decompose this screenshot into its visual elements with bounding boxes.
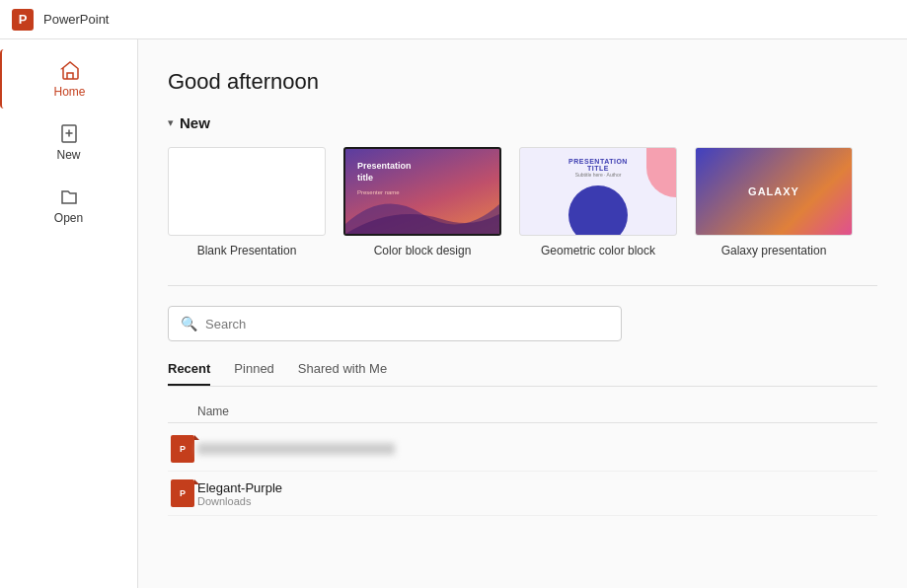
geo-circle (568, 185, 628, 236)
galaxy-thumb: GALAXY (695, 147, 853, 236)
file-row-elegant-purple[interactable]: P Elegant-Purple Downloads (168, 472, 877, 516)
galaxy-text: GALAXY (748, 185, 799, 197)
color-block-label: Color block design (374, 244, 472, 257)
geo-text: PRESENTATIONTITLE Subtitle here · Author (568, 158, 628, 178)
tab-pinned[interactable]: Pinned (234, 361, 273, 386)
ppt-icon-1: P (171, 435, 194, 463)
file-info-elegant: Elegant-Purple Downloads (197, 480, 877, 507)
sidebar-open-label: Open (54, 211, 83, 225)
sidebar-item-open[interactable]: Open (0, 176, 137, 235)
file-icon-ppt-1: P (168, 435, 197, 463)
search-bar[interactable]: 🔍 (168, 306, 622, 341)
file-list: Name P P Elegant-Purple Downloads (168, 401, 877, 516)
file-list-header: Name (168, 401, 877, 423)
new-icon (58, 122, 80, 144)
elegant-filename: Elegant-Purple (197, 480, 877, 495)
geo-label: Geometric color block (541, 244, 655, 257)
new-section-header: ▾ New (168, 114, 877, 131)
file-row-blurred[interactable]: P (168, 427, 877, 472)
main-layout: Home New Open Good afternoon (0, 39, 907, 588)
color-block-thumb: Presentationtitle Presenter name (343, 147, 501, 236)
section-divider (168, 285, 877, 286)
home-icon (59, 59, 81, 81)
sidebar: Home New Open (0, 39, 138, 588)
template-blank[interactable]: Blank Presentation (168, 147, 326, 257)
file-info-blurred (197, 443, 877, 455)
tab-shared[interactable]: Shared with Me (298, 361, 387, 386)
tab-recent[interactable]: Recent (168, 361, 210, 386)
new-section-title: New (180, 114, 210, 131)
app-logo: P (12, 9, 34, 31)
search-input[interactable] (205, 317, 609, 331)
templates-grid: Blank Presentation Presentationtitle Pre… (168, 147, 877, 257)
open-icon (58, 185, 80, 207)
greeting: Good afternoon (168, 69, 877, 95)
elegant-location: Downloads (197, 495, 877, 507)
sidebar-new-label: New (56, 148, 80, 162)
galaxy-label: Galaxy presentation (721, 244, 827, 257)
sidebar-home-label: Home (53, 85, 85, 99)
app-name: PowerPoint (43, 12, 109, 27)
blurred-filename (197, 443, 395, 455)
title-bar: P PowerPoint (0, 0, 907, 39)
template-color-block[interactable]: Presentationtitle Presenter name Color b… (343, 147, 501, 257)
blank-label: Blank Presentation (197, 244, 297, 257)
sidebar-item-home[interactable]: Home (0, 49, 137, 109)
sidebar-item-new[interactable]: New (0, 112, 137, 172)
file-icon-ppt-2: P (168, 479, 197, 507)
ppt-icon-2: P (171, 479, 194, 507)
content-area: Good afternoon ▾ New Blank Presentation … (138, 39, 907, 588)
col-name-header: Name (168, 404, 877, 418)
template-galaxy[interactable]: GALAXY Galaxy presentation (695, 147, 853, 257)
blank-thumb (168, 147, 326, 236)
search-icon: 🔍 (181, 316, 197, 331)
tabs-row: Recent Pinned Shared with Me (168, 361, 877, 387)
geo-thumb: PRESENTATIONTITLE Subtitle here · Author (519, 147, 677, 236)
geo-pink-shape (646, 148, 676, 197)
template-geometric[interactable]: PRESENTATIONTITLE Subtitle here · Author… (519, 147, 677, 257)
collapse-button[interactable]: ▾ (168, 116, 174, 129)
